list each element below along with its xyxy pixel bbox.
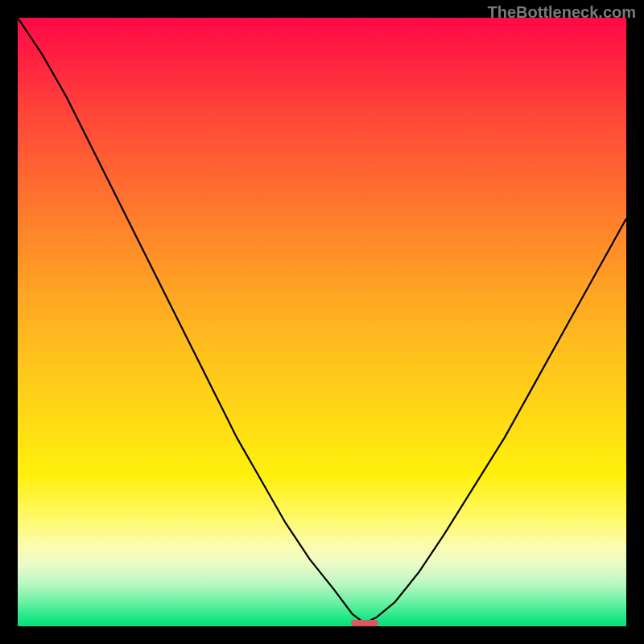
watermark-text: TheBottleneck.com bbox=[488, 3, 636, 22]
plot-area bbox=[18, 18, 626, 626]
minimum-marker bbox=[351, 620, 378, 626]
curve-path bbox=[18, 18, 626, 623]
bottleneck-curve bbox=[18, 18, 626, 626]
chart-frame: TheBottleneck.com bbox=[0, 0, 644, 644]
